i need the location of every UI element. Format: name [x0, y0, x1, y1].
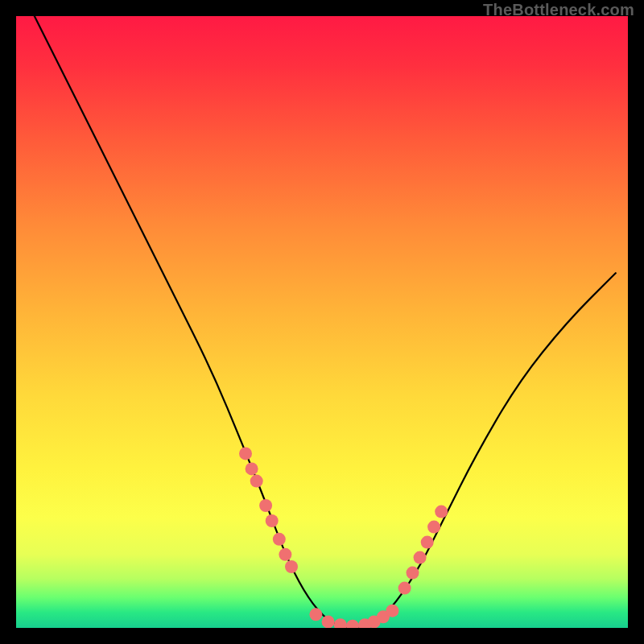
curve-marker [414, 551, 427, 564]
chart-svg [16, 16, 628, 628]
chart-plot-area [16, 16, 628, 628]
curve-marker [427, 521, 440, 534]
curve-marker [322, 615, 335, 628]
curve-marker [398, 582, 411, 595]
curve-marker [421, 536, 434, 549]
curve-marker [246, 462, 258, 475]
chart-frame: TheBottleneck.com [0, 0, 644, 644]
curve-marker [386, 605, 398, 617]
bottleneck-curve [35, 16, 616, 628]
curve-marker [285, 560, 298, 573]
curve-marker [273, 533, 286, 546]
curve-marker [407, 567, 419, 580]
curve-marker [266, 514, 279, 527]
attribution-text: TheBottleneck.com [483, 1, 634, 19]
curve-marker [346, 620, 359, 628]
curve-marker [309, 608, 322, 621]
curve-marker [435, 506, 448, 518]
curve-marker [279, 548, 291, 561]
curve-marker [259, 499, 272, 512]
curve-marker [250, 475, 263, 488]
curve-markers [239, 447, 448, 628]
curve-marker [334, 618, 347, 628]
curve-marker [239, 447, 252, 460]
